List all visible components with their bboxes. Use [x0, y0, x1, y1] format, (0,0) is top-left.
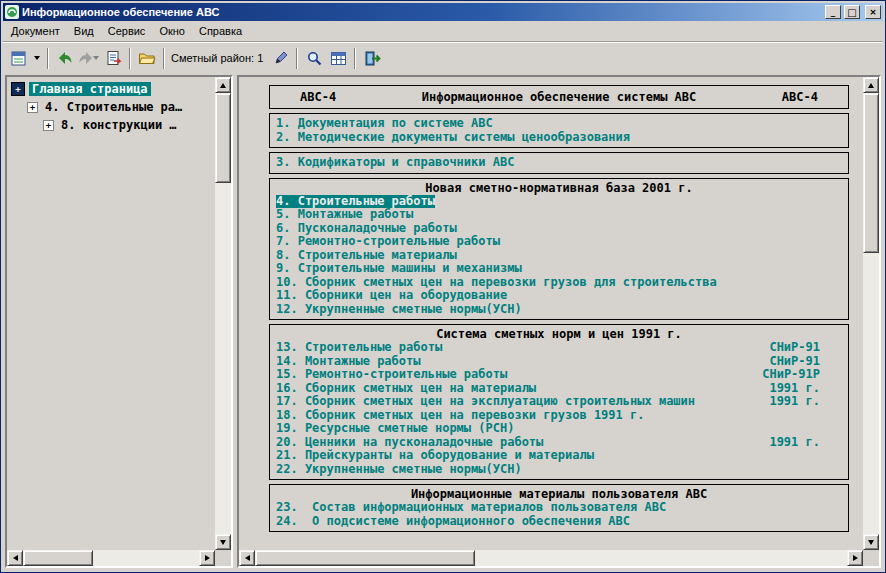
close-button[interactable]: ×	[865, 5, 881, 19]
page-item[interactable]: 1. Документация по системе АВС	[270, 117, 848, 131]
menu-item[interactable]: Сервис	[101, 22, 153, 40]
page-item[interactable]: 15. Ремонтно-строительные работыСНиР-91Р	[270, 368, 848, 382]
scroll-track[interactable]	[23, 550, 199, 566]
scroll-thumb[interactable]	[255, 550, 475, 566]
page-item-text[interactable]: 21. Прейскуранты на оборудование и матер…	[276, 449, 594, 463]
page-item[interactable]: 10. Сборник сметных цен на перевозки гру…	[270, 276, 848, 290]
dropdown-arrow-icon	[93, 56, 99, 60]
page-item[interactable]: 7. Ремонтно-строительные работы	[270, 235, 848, 249]
page-item-text[interactable]: 22. Укрупненные сметные нормы(УСН)	[276, 463, 522, 477]
page-item[interactable]: 23. Состав информационных материалов пол…	[270, 501, 848, 515]
page-item[interactable]: 18. Сборник сметных цен на перевозки гру…	[270, 409, 848, 423]
tree-expand-icon[interactable]: +	[11, 82, 25, 96]
scroll-thumb[interactable]	[23, 550, 93, 566]
edit-region-button[interactable]	[268, 46, 292, 70]
page-item-text[interactable]: 1. Документация по системе АВС	[276, 117, 493, 131]
page-item[interactable]: 21. Прейскуранты на оборудование и матер…	[270, 449, 848, 463]
scroll-left-button[interactable]	[239, 550, 255, 566]
history-document-button[interactable]	[101, 46, 125, 70]
scroll-left-button[interactable]	[7, 550, 23, 566]
page-item[interactable]: 22. Укрупненные сметные нормы(УСН)	[270, 463, 848, 477]
new-document-dropdown[interactable]	[30, 46, 43, 70]
tree-item-label[interactable]: Главная страница	[29, 82, 151, 96]
page-item[interactable]: 8. Строительные материалы	[270, 249, 848, 263]
scroll-right-button[interactable]	[847, 550, 863, 566]
minimize-button[interactable]: _	[825, 5, 841, 19]
menu-item[interactable]: Окно	[152, 22, 192, 40]
magnifier-icon	[306, 50, 323, 67]
page-item[interactable]: 6. Пусконаладочные работы	[270, 222, 848, 236]
page-item[interactable]: 11. Сборники цен на оборудование	[270, 289, 848, 303]
content-vertical-scrollbar[interactable]	[863, 77, 879, 550]
page-item-text[interactable]: 8. Строительные материалы	[276, 249, 457, 263]
scroll-track[interactable]	[215, 93, 231, 534]
page-item[interactable]: 13. Строительные работыСНиР-91	[270, 341, 848, 355]
page-item-text[interactable]: 20. Ценники на пусконаладочные работы	[276, 436, 543, 450]
back-button[interactable]	[53, 46, 77, 70]
scrollbar-corner	[215, 550, 231, 566]
page-item-text[interactable]: 14. Монтажные работы	[276, 355, 421, 369]
tree-expand-icon[interactable]: +	[27, 102, 38, 113]
page-item-text[interactable]: 7. Ремонтно-строительные работы	[276, 235, 500, 249]
tree-item-label[interactable]: 4. Строительные ра…	[42, 100, 185, 114]
arrow-right-icon	[853, 555, 858, 561]
page-item[interactable]: 14. Монтажные работыСНиР-91	[270, 355, 848, 369]
content-horizontal-scrollbar[interactable]	[239, 550, 863, 566]
scroll-thumb[interactable]	[215, 93, 231, 183]
page-item-text[interactable]: 24. О подсистеме информационного обеспеч…	[276, 515, 630, 529]
scroll-track[interactable]	[255, 550, 847, 566]
scroll-up-button[interactable]	[215, 77, 231, 93]
menu-item[interactable]: Справка	[192, 22, 249, 40]
forward-button[interactable]	[77, 46, 101, 70]
page-item[interactable]: 24. О подсистеме информационного обеспеч…	[270, 515, 848, 529]
page-item-text[interactable]: 13. Строительные работы	[276, 341, 442, 355]
maximize-button[interactable]: □	[844, 5, 860, 19]
page-item-text[interactable]: 6. Пусконаладочные работы	[276, 222, 457, 236]
page-item-text[interactable]: 11. Сборники цен на оборудование	[276, 289, 507, 303]
page-item-text[interactable]: 18. Сборник сметных цен на перевозки гру…	[276, 409, 644, 423]
table-button[interactable]	[326, 46, 350, 70]
scroll-right-button[interactable]	[199, 550, 215, 566]
page-item-text[interactable]: 3. Кодификаторы и справочники АВС	[276, 156, 514, 170]
tree-vertical-scrollbar[interactable]	[215, 77, 231, 550]
page-item[interactable]: 20. Ценники на пусконаладочные работы199…	[270, 436, 848, 450]
scroll-up-button[interactable]	[863, 77, 879, 93]
scroll-track[interactable]	[863, 93, 879, 534]
page-item-text[interactable]: 12. Укрупненные сметные нормы(УСН)	[276, 303, 522, 317]
page-item[interactable]: 9. Строительные машины и механизмы	[270, 262, 848, 276]
page-item-text[interactable]: 23. Состав информационных материалов пол…	[276, 501, 666, 515]
toolbar-separator	[163, 48, 165, 69]
open-folder-button[interactable]	[135, 46, 159, 70]
page-item[interactable]: 19. Ресурсные сметные нормы (РСН)	[270, 422, 848, 436]
page-item[interactable]: 12. Укрупненные сметные нормы(УСН)	[270, 303, 848, 317]
page-item-text[interactable]: 19. Ресурсные сметные нормы (РСН)	[276, 422, 514, 436]
page-item-text[interactable]: 17. Сборник сметных цен на эксплуатацию …	[276, 395, 695, 409]
new-document-button[interactable]	[6, 46, 30, 70]
page-item[interactable]: 4. Строительные работы	[270, 195, 848, 209]
page-item-text[interactable]: 10. Сборник сметных цен на перевозки гру…	[276, 276, 717, 290]
page-item[interactable]: 17. Сборник сметных цен на эксплуатацию …	[270, 395, 848, 409]
tree-horizontal-scrollbar[interactable]	[7, 550, 215, 566]
menu-item[interactable]: Вид	[67, 22, 101, 40]
page-item[interactable]: 16. Сборник сметных цен на материалы1991…	[270, 382, 848, 396]
exit-button[interactable]	[360, 46, 384, 70]
tree-expand-icon[interactable]: +	[43, 120, 54, 131]
page-section: Новая сметно-нормативная база 2001 г.4. …	[269, 178, 849, 321]
page-item[interactable]: 2. Методические документы системы ценооб…	[270, 131, 848, 145]
scroll-thumb[interactable]	[863, 93, 879, 253]
page-item-text[interactable]: 16. Сборник сметных цен на материалы	[276, 382, 536, 396]
page-item-text[interactable]: 2. Методические документы системы ценооб…	[276, 131, 630, 145]
search-button[interactable]	[302, 46, 326, 70]
menu-item[interactable]: Документ	[4, 22, 67, 40]
page-item-text[interactable]: 5. Монтажные работы	[276, 208, 413, 222]
page-item-text[interactable]: 4. Строительные работы	[276, 195, 435, 209]
tree-item-label[interactable]: 8. конструкции …	[58, 118, 180, 132]
page-item[interactable]: 5. Монтажные работы	[270, 208, 848, 222]
page-item[interactable]: 3. Кодификаторы и справочники АВС	[270, 156, 848, 170]
arrow-down-icon	[220, 540, 226, 545]
page-item-text[interactable]: 9. Строительные машины и механизмы	[276, 262, 522, 276]
page-item-text[interactable]: 15. Ремонтно-строительные работы	[276, 368, 507, 382]
scroll-down-button[interactable]	[863, 534, 879, 550]
scroll-down-button[interactable]	[215, 534, 231, 550]
window-title: Информационное обеспечение АВС	[22, 6, 822, 18]
